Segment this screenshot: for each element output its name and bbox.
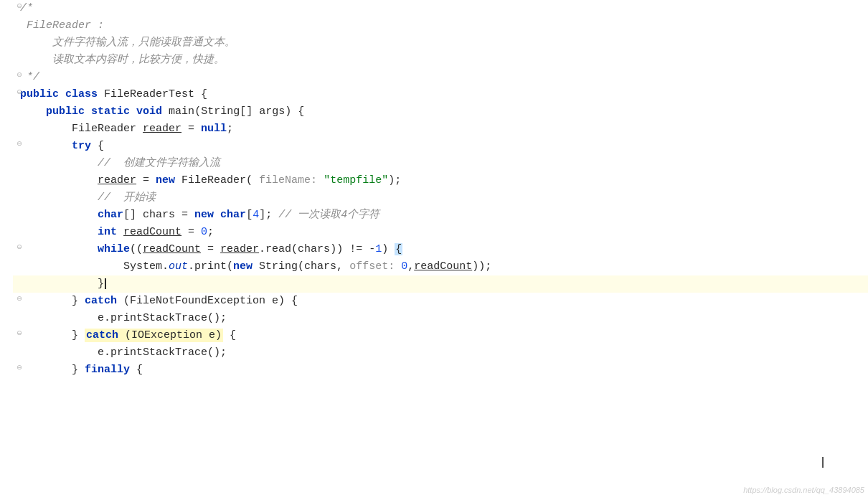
code-line-17: } [13, 275, 868, 293]
code-line-20: ⊖ } catch (IOException e) { [13, 327, 868, 344]
line-text-22: } finally { [20, 362, 862, 378]
line-text-3: 文件字符输入流，只能读取普通文本。 [20, 34, 862, 51]
code-line-19: e.printStackTrace(); [13, 310, 868, 327]
code-line-14: int readCount = 0; [13, 224, 868, 241]
code-line-21: e.printStackTrace(); [13, 344, 868, 362]
fold-icon-15[interactable]: ⊖ [13, 241, 26, 255]
code-line-22: ⊖ } finally { [13, 362, 868, 379]
fold-icon-22[interactable]: ⊖ [13, 362, 26, 375]
line-text-13: char[] chars = new char[4]; // 一次读取4个字符 [20, 207, 862, 223]
line-text-10: // 创建文件字符输入流 [20, 155, 862, 171]
line-text-12: // 开始读 [20, 189, 862, 206]
line-text-6: public class FileReaderTest { [20, 86, 862, 103]
fold-icon-18[interactable]: ⊖ [13, 293, 26, 306]
code-line-15: ⊖ while((readCount = reader.read(chars))… [13, 241, 868, 258]
line-text-20: } catch (IOException e) { [20, 327, 862, 344]
code-editor: ⊖ /* FileReader : 文件字符输入流，只能读取普通文本。 读取文本… [0, 0, 868, 500]
code-line-10: // 创建文件字符输入流 [13, 155, 868, 172]
code-line-18: ⊖ } catch (FileNotFoundException e) { [13, 293, 868, 310]
line-text-9: try { [20, 138, 862, 154]
code-line-5: ⊖ */ [13, 69, 868, 86]
code-content: ⊖ /* FileReader : 文件字符输入流，只能读取普通文本。 读取文本… [0, 0, 868, 379]
line-text-11: reader = new FileReader( fileName: "temp… [20, 172, 862, 189]
line-text-21: e.printStackTrace(); [20, 344, 862, 361]
line-text-8: FileReader reader = null; [20, 121, 862, 137]
line-text-4: 读取文本内容时，比较方便，快捷。 [20, 52, 862, 68]
line-text-18: } catch (FileNotFoundException e) { [20, 293, 862, 309]
code-line-2: FileReader : [13, 17, 868, 34]
code-line-12: // 开始读 [13, 189, 868, 207]
line-text-5: */ [20, 69, 862, 85]
code-line-16: System.out.print(new String(chars, offse… [13, 258, 868, 275]
code-line-13: char[] chars = new char[4]; // 一次读取4个字符 [13, 207, 868, 224]
code-line-9: ⊖ try { [13, 138, 868, 155]
text-cursor-indicator: I [821, 451, 825, 475]
fold-icon-20[interactable]: ⊖ [13, 327, 26, 341]
fold-icon-5[interactable]: ⊖ [13, 69, 26, 82]
line-text-14: int readCount = 0; [20, 224, 862, 240]
code-line-4: 读取文本内容时，比较方便，快捷。 [13, 52, 868, 69]
code-line-7: public static void main(String[] args) { [13, 103, 868, 121]
code-line-11: reader = new FileReader( fileName: "temp… [13, 172, 868, 189]
line-text-2: FileReader : [20, 17, 862, 34]
code-line-8: FileReader reader = null; [13, 121, 868, 138]
line-text-16: System.out.print(new String(chars, offse… [20, 258, 862, 275]
code-line-3: 文件字符输入流，只能读取普通文本。 [13, 34, 868, 52]
code-line-1: ⊖ /* [13, 0, 868, 17]
fold-icon-1[interactable]: ⊖ [13, 0, 26, 14]
line-text-19: e.printStackTrace(); [20, 310, 862, 326]
fold-icon-9[interactable]: ⊖ [13, 138, 26, 151]
code-line-6: ⊖ public class FileReaderTest { [13, 86, 868, 103]
url-watermark: https://blog.csdn.net/qq_43894085 [743, 484, 864, 496]
line-text-17: } [20, 275, 862, 292]
line-text-7: public static void main(String[] args) { [20, 103, 862, 120]
line-text-15: while((readCount = reader.read(chars)) !… [20, 241, 862, 258]
line-text-1: /* [20, 0, 862, 16]
fold-icon-6[interactable]: ⊖ [13, 86, 26, 100]
